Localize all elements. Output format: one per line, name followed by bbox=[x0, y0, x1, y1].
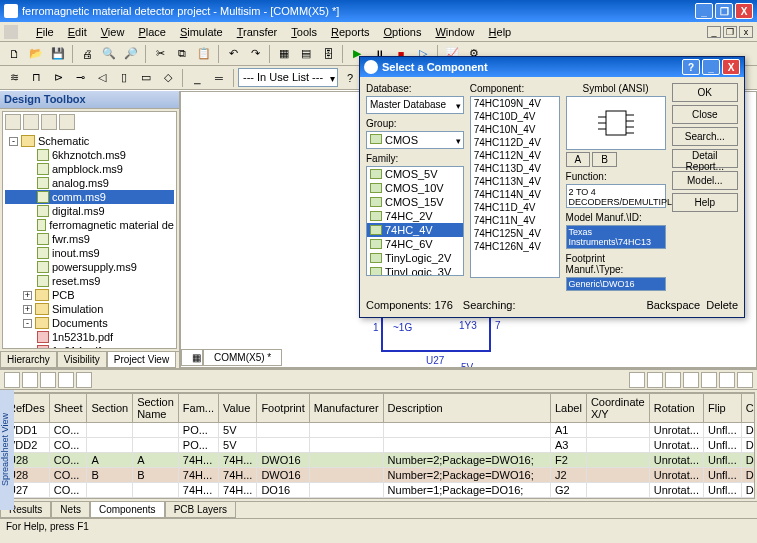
menu-simulate[interactable]: Simulate bbox=[173, 24, 230, 40]
column-header[interactable]: Value bbox=[219, 394, 257, 423]
column-header[interactable]: Colo... bbox=[741, 394, 755, 423]
menu-window[interactable]: Window bbox=[428, 24, 481, 40]
zoom-out-button[interactable]: 🔎 bbox=[121, 44, 141, 64]
column-header[interactable]: Section bbox=[87, 394, 133, 423]
ss-tool-3[interactable] bbox=[665, 372, 681, 388]
component-list[interactable]: 74HC109N_4V74HC10D_4V74HC10N_4V74HC112D_… bbox=[470, 96, 560, 278]
database-button[interactable]: 🗄 bbox=[318, 44, 338, 64]
search-button[interactable]: Search... bbox=[672, 127, 738, 146]
table-row[interactable]: U28CO...BB74H...74H...DWO16Number=2;Pack… bbox=[4, 468, 756, 483]
column-header[interactable]: Description bbox=[383, 394, 550, 423]
ss-find-button[interactable] bbox=[58, 372, 74, 388]
place-ttl-button[interactable]: ▯ bbox=[114, 68, 134, 88]
spreadsheet-tab-components[interactable]: Components bbox=[90, 502, 165, 518]
tree-file-powersupply-ms9[interactable]: powersupply.ms9 bbox=[5, 260, 174, 274]
minimize-button[interactable]: _ bbox=[695, 3, 713, 19]
column-header[interactable]: Coordinate X/Y bbox=[586, 394, 649, 423]
tree-file-analog-ms9[interactable]: analog.ms9 bbox=[5, 176, 174, 190]
dialog-close-button[interactable]: X bbox=[722, 59, 740, 75]
tree-folder-simulation[interactable]: +Simulation bbox=[5, 302, 174, 316]
close-button[interactable]: X bbox=[735, 3, 753, 19]
table-row[interactable]: U27CO...74H...74H...DO16Number=1;Package… bbox=[4, 483, 756, 498]
column-header[interactable]: Sheet bbox=[49, 394, 87, 423]
zoom-in-button[interactable]: 🔍 bbox=[99, 44, 119, 64]
redo-button[interactable]: ↷ bbox=[245, 44, 265, 64]
column-header[interactable]: Rotation bbox=[649, 394, 703, 423]
tree-file-6khznotch-ms9[interactable]: 6khznotch.ms9 bbox=[5, 148, 174, 162]
table-row[interactable]: U28CO...AA74H...74H...DWO16Number=2;Pack… bbox=[4, 453, 756, 468]
ss-tool-7[interactable] bbox=[737, 372, 753, 388]
tree-open-button[interactable] bbox=[23, 114, 39, 130]
column-header[interactable]: Flip bbox=[703, 394, 741, 423]
tree-file-fwr-ms9[interactable]: fwr.ms9 bbox=[5, 232, 174, 246]
tree-folder-documents[interactable]: -Documents bbox=[5, 316, 174, 330]
footprint-text[interactable]: Generic\DWO16 bbox=[566, 277, 666, 291]
detail-report-button[interactable]: Detail Report... bbox=[672, 149, 738, 168]
family-item[interactable]: CMOS_15V bbox=[367, 195, 463, 209]
place-cmos-button[interactable]: ▭ bbox=[136, 68, 156, 88]
component-item[interactable]: 74HC10D_4V bbox=[471, 110, 559, 123]
new-button[interactable]: 🗋 bbox=[4, 44, 24, 64]
family-item[interactable]: 74HC_6V bbox=[367, 237, 463, 251]
paste-button[interactable]: 📋 bbox=[194, 44, 214, 64]
component-item[interactable]: 74HC11N_4V bbox=[471, 214, 559, 227]
component-item[interactable]: 74HC125N_4V bbox=[471, 227, 559, 240]
group-combo[interactable]: CMOS bbox=[366, 131, 464, 149]
dialog-help-button[interactable]: ? bbox=[682, 59, 700, 75]
toolbox-tab-hierarchy[interactable]: Hierarchy bbox=[0, 352, 57, 368]
mdi-close-button[interactable]: x bbox=[739, 26, 753, 38]
family-item[interactable]: TinyLogic_2V bbox=[367, 251, 463, 265]
table-row[interactable]: VDD1CO...PO...5VA1Unrotat...Unfl...Def..… bbox=[4, 423, 756, 438]
column-header[interactable]: Section Name bbox=[133, 394, 179, 423]
section-tab-a[interactable]: A bbox=[566, 152, 591, 167]
family-item[interactable]: CMOS_10V bbox=[367, 181, 463, 195]
ss-tool-2[interactable] bbox=[647, 372, 663, 388]
toolbox-toggle-button[interactable]: ▦ bbox=[274, 44, 294, 64]
model-button[interactable]: Model... bbox=[672, 171, 738, 190]
dialog-minimize-button[interactable]: _ bbox=[702, 59, 720, 75]
tree-file-ampblock-ms9[interactable]: ampblock.ms9 bbox=[5, 162, 174, 176]
toolbox-tab-project-view[interactable]: Project View bbox=[107, 352, 176, 368]
component-item[interactable]: 74HC126N_4V bbox=[471, 240, 559, 253]
place-transistor-button[interactable]: ⊸ bbox=[70, 68, 90, 88]
help-button[interactable]: ? bbox=[340, 68, 360, 88]
ss-tool-6[interactable] bbox=[719, 372, 735, 388]
component-item[interactable]: 74HC113N_4V bbox=[471, 175, 559, 188]
menu-edit[interactable]: Edit bbox=[61, 24, 94, 40]
place-bus-button[interactable]: ═ bbox=[209, 68, 229, 88]
backspace-link[interactable]: Backspace bbox=[646, 299, 700, 311]
close-dialog-button[interactable]: Close bbox=[672, 105, 738, 124]
menu-transfer[interactable]: Transfer bbox=[230, 24, 285, 40]
tree-folder-pcb[interactable]: +PCB bbox=[5, 288, 174, 302]
ss-print-button[interactable] bbox=[76, 372, 92, 388]
ss-filter-button[interactable] bbox=[40, 372, 56, 388]
help-dialog-button[interactable]: Help bbox=[672, 193, 738, 212]
component-item[interactable]: 74HC113D_4V bbox=[471, 162, 559, 175]
menu-reports[interactable]: Reports bbox=[324, 24, 377, 40]
tree-doc-1n5231b-pdf[interactable]: 1n5231b.pdf bbox=[5, 330, 174, 344]
spreadsheet-grid[interactable]: RefDesSheetSectionSection NameFam...Valu… bbox=[2, 392, 755, 499]
ok-button[interactable]: OK bbox=[672, 83, 738, 102]
database-combo[interactable]: Master Database bbox=[366, 96, 464, 114]
component-item[interactable]: 74HC114N_4V bbox=[471, 188, 559, 201]
toolbox-tab-visibility[interactable]: Visibility bbox=[57, 352, 107, 368]
save-button[interactable]: 💾 bbox=[48, 44, 68, 64]
family-item[interactable]: CMOS_5V bbox=[367, 167, 463, 181]
place-basic-button[interactable]: ⊓ bbox=[26, 68, 46, 88]
place-analog-button[interactable]: ◁ bbox=[92, 68, 112, 88]
table-row[interactable]: U26CO...LIN...MA...DIP-18MaximNumber=1;P… bbox=[4, 498, 756, 500]
ss-tool-4[interactable] bbox=[683, 372, 699, 388]
column-header[interactable]: Manufacturer bbox=[309, 394, 383, 423]
spreadsheet-tab-nets[interactable]: Nets bbox=[51, 502, 90, 518]
tree-doc-1n914-pdf[interactable]: 1n914.pdf bbox=[5, 344, 174, 349]
menu-help[interactable]: Help bbox=[482, 24, 519, 40]
model-text[interactable]: Texas Instruments\74HC13 bbox=[566, 225, 666, 249]
tree-new-button[interactable] bbox=[5, 114, 21, 130]
family-list[interactable]: CMOS_5VCMOS_10VCMOS_15V74HC_2V74HC_4V74H… bbox=[366, 166, 464, 276]
mdi-restore-button[interactable]: ❐ bbox=[723, 26, 737, 38]
tree-file-inout-ms9[interactable]: inout.ms9 bbox=[5, 246, 174, 260]
menu-view[interactable]: View bbox=[94, 24, 132, 40]
tree-file-ferromagnetic-material-de[interactable]: ferromagnetic material de bbox=[5, 218, 174, 232]
menu-place[interactable]: Place bbox=[131, 24, 173, 40]
document-tab[interactable]: COMM(X5) * bbox=[203, 349, 282, 366]
